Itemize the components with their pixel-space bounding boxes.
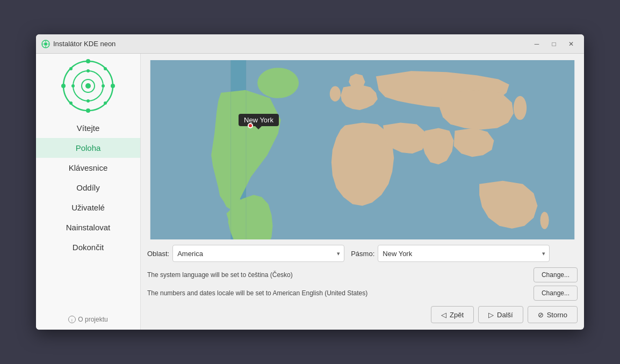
dropdowns-row: Oblast: America Africa Asia Atlantic Aus… bbox=[147, 245, 578, 262]
svg-point-11 bbox=[86, 108, 90, 113]
svg-point-20 bbox=[69, 101, 73, 105]
next-arrow-icon: ▷ bbox=[488, 311, 494, 319]
kde-logo bbox=[61, 59, 115, 113]
next-button[interactable]: ▷ Další bbox=[478, 306, 523, 323]
app-icon bbox=[41, 40, 50, 48]
svg-point-9 bbox=[85, 83, 91, 89]
maximize-button[interactable]: □ bbox=[546, 38, 561, 50]
close-button[interactable]: ✕ bbox=[564, 38, 579, 50]
svg-point-29 bbox=[514, 96, 527, 120]
change-language-button[interactable]: Change... bbox=[534, 267, 578, 282]
sidebar-item-dokoncit[interactable]: Dokončit bbox=[36, 237, 140, 257]
pasmo-dropdown-wrapper: New York Los Angeles Chicago Denver Phoe… bbox=[378, 245, 550, 262]
svg-point-19 bbox=[104, 101, 107, 105]
language-info-text: The system language will be set to češti… bbox=[147, 271, 293, 279]
svg-point-28 bbox=[330, 86, 341, 101]
main-content: Vítejte Poloha Klávesnice Oddíly Uživate… bbox=[36, 54, 584, 330]
sidebar-item-vitejte[interactable]: Vítejte bbox=[36, 118, 140, 138]
svg-point-18 bbox=[69, 67, 73, 70]
sidebar-item-nainstalovat[interactable]: Nainstalovat bbox=[36, 217, 140, 237]
titlebar-controls: ─ □ ✕ bbox=[529, 38, 579, 50]
world-map bbox=[147, 60, 578, 239]
sidebar-nav: Vítejte Poloha Klávesnice Oddíly Uživate… bbox=[36, 118, 140, 257]
minimize-button[interactable]: ─ bbox=[529, 38, 544, 50]
sidebar-item-klavesnice[interactable]: Klávesnice bbox=[36, 158, 140, 178]
oblast-dropdown-wrapper: America Africa Asia Atlantic Australia E… bbox=[172, 245, 344, 262]
svg-point-17 bbox=[102, 84, 105, 88]
titlebar-left: Instalátor KDE neon bbox=[41, 40, 116, 48]
pasmo-group: Pásmo: New York Los Angeles Chicago Denv… bbox=[351, 245, 550, 262]
pasmo-label: Pásmo: bbox=[351, 250, 374, 258]
svg-point-16 bbox=[71, 84, 75, 88]
svg-point-2 bbox=[45, 41, 46, 42]
main-panel: New York Oblast: America Africa A bbox=[141, 54, 584, 330]
sidebar-item-uzivatele[interactable]: Uživatelé bbox=[36, 198, 140, 217]
svg-point-26 bbox=[257, 68, 299, 98]
about-project-link[interactable]: i O projektu bbox=[68, 309, 107, 330]
svg-point-21 bbox=[104, 67, 107, 70]
sidebar: Vítejte Poloha Klávesnice Oddíly Uživate… bbox=[36, 54, 141, 330]
svg-point-1 bbox=[44, 42, 47, 46]
location-dot bbox=[248, 123, 253, 128]
svg-point-5 bbox=[48, 43, 49, 45]
locale-info-row: The numbers and dates locale will be set… bbox=[147, 286, 578, 301]
language-info-row: The system language will be set to češti… bbox=[147, 267, 578, 282]
locale-info-text: The numbers and dates locale will be set… bbox=[147, 289, 367, 297]
oblast-select[interactable]: America Africa Asia Atlantic Australia E… bbox=[172, 245, 344, 262]
titlebar: Instalátor KDE neon ─ □ ✕ bbox=[36, 34, 584, 54]
svg-point-12 bbox=[61, 84, 66, 88]
cancel-icon: ⊘ bbox=[538, 311, 544, 319]
svg-text:i: i bbox=[71, 318, 73, 323]
installer-window: Instalátor KDE neon ─ □ ✕ bbox=[36, 34, 584, 330]
sidebar-item-poloha[interactable]: Poloha bbox=[36, 138, 140, 158]
sidebar-item-oddily[interactable]: Oddíly bbox=[36, 178, 140, 198]
svg-point-30 bbox=[540, 212, 549, 229]
oblast-group: Oblast: America Africa Asia Atlantic Aus… bbox=[147, 245, 344, 262]
svg-point-13 bbox=[111, 84, 115, 88]
svg-point-4 bbox=[42, 43, 44, 45]
oblast-label: Oblast: bbox=[147, 250, 169, 258]
nav-buttons: ◁ Zpět ▷ Další ⊘ Storno bbox=[147, 306, 578, 323]
back-arrow-icon: ◁ bbox=[441, 311, 446, 319]
back-button[interactable]: ◁ Zpět bbox=[431, 306, 474, 323]
svg-point-15 bbox=[86, 99, 90, 103]
change-locale-button[interactable]: Change... bbox=[534, 286, 578, 301]
cancel-button[interactable]: ⊘ Storno bbox=[528, 306, 578, 323]
svg-point-3 bbox=[45, 46, 46, 47]
window-title: Instalátor KDE neon bbox=[53, 40, 116, 48]
svg-point-10 bbox=[86, 59, 90, 63]
pasmo-select[interactable]: New York Los Angeles Chicago Denver Phoe… bbox=[378, 245, 550, 262]
controls-panel: Oblast: America Africa Asia Atlantic Aus… bbox=[147, 239, 578, 323]
svg-point-14 bbox=[86, 69, 90, 72]
world-map-container[interactable]: New York bbox=[147, 60, 578, 239]
info-icon: i bbox=[68, 316, 76, 323]
